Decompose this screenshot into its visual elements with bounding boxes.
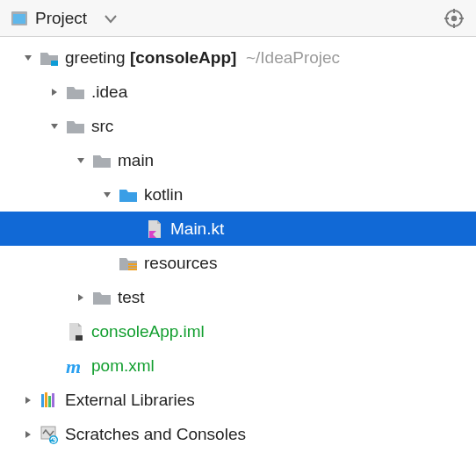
svg-rect-12 (76, 335, 83, 341)
folder-icon (91, 287, 112, 308)
svg-rect-15 (45, 392, 47, 407)
panel-title[interactable]: Project (35, 9, 87, 28)
tree-node-label: test (118, 288, 145, 307)
tree-node-external-libraries[interactable]: External Libraries (0, 383, 476, 417)
tree-node-label: greeting [consoleApp] ~/IdeaProjec (65, 48, 340, 68)
libraries-icon (39, 390, 60, 411)
source-folder-icon (118, 184, 139, 205)
iml-file-icon (65, 321, 86, 342)
tree-node-label: pom.xml (91, 356, 155, 376)
chevron-down-icon[interactable] (97, 190, 118, 200)
kotlin-file-icon (144, 219, 165, 240)
folder-icon (65, 116, 86, 137)
svg-rect-1 (13, 14, 25, 24)
tree-node-idea[interactable]: .idea (0, 75, 476, 109)
tree-node-resources[interactable]: resources (0, 246, 476, 280)
tree-node-label: main (118, 151, 154, 170)
tree-node-iml[interactable]: consoleApp.iml (0, 314, 476, 348)
tree-node-main[interactable]: main (0, 143, 476, 177)
tree-node-label: resources (144, 254, 217, 273)
tree-node-mainkt[interactable]: Main.kt (0, 212, 476, 246)
tree-node-src[interactable]: src (0, 109, 476, 143)
chevron-down-icon[interactable] (70, 155, 91, 166)
svg-rect-10 (128, 266, 137, 268)
scratches-icon (39, 424, 60, 445)
tree-node-label: Main.kt (170, 219, 224, 239)
tree-node-label: src (91, 117, 113, 136)
module-folder-icon (39, 47, 60, 68)
tree-node-test[interactable]: test (0, 280, 476, 314)
tree-node-kotlin[interactable]: kotlin (0, 177, 476, 212)
tree-node-label: kotlin (144, 185, 183, 205)
svg-rect-16 (48, 396, 51, 407)
folder-icon (91, 150, 112, 171)
panel-header: Project (0, 0, 476, 37)
svg-rect-11 (128, 269, 137, 270)
resources-folder-icon (118, 253, 139, 274)
tree-node-label: .idea (91, 83, 127, 102)
panel-dropdown-icon[interactable] (105, 9, 117, 28)
tree-node-pom[interactable]: m pom.xml (0, 348, 476, 383)
tree-node-scratches[interactable]: Scratches and Consoles (0, 417, 476, 451)
svg-rect-8 (51, 61, 58, 66)
svg-rect-17 (52, 393, 54, 407)
chevron-down-icon[interactable] (18, 53, 39, 63)
folder-icon (65, 82, 86, 103)
maven-file-icon: m (65, 356, 86, 377)
tree-node-label: External Libraries (65, 391, 195, 410)
project-tree[interactable]: greeting [consoleApp] ~/IdeaProjec .idea… (0, 37, 476, 451)
chevron-right-icon[interactable] (18, 395, 39, 406)
select-opened-file-icon[interactable] (444, 9, 464, 28)
tree-node-label: Scratches and Consoles (65, 425, 246, 444)
svg-rect-9 (128, 263, 137, 265)
svg-rect-14 (41, 394, 44, 407)
project-pane-icon (11, 10, 28, 27)
chevron-down-icon[interactable] (44, 121, 65, 132)
chevron-right-icon[interactable] (70, 292, 91, 303)
tree-node-root[interactable]: greeting [consoleApp] ~/IdeaProjec (0, 40, 476, 75)
chevron-right-icon[interactable] (18, 429, 39, 440)
chevron-right-icon[interactable] (44, 87, 65, 97)
svg-point-3 (451, 15, 457, 20)
tree-node-label: consoleApp.iml (91, 322, 205, 341)
svg-text:m: m (66, 356, 81, 377)
